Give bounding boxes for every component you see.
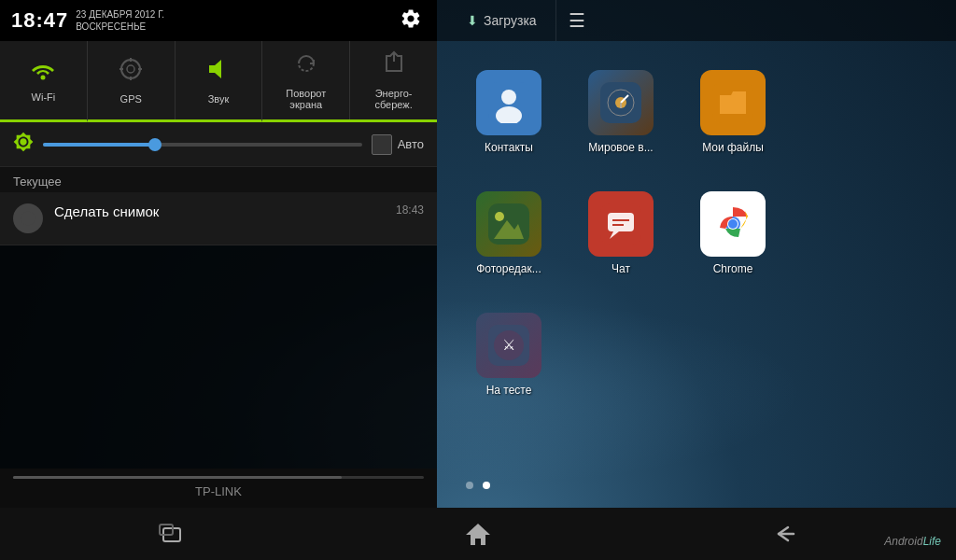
svg-point-10 [495, 212, 504, 221]
brightness-fill [43, 143, 155, 147]
topbar-menu-button[interactable]: ☰ [556, 0, 598, 41]
app-label-2: Мои файлы [702, 141, 764, 154]
qs-button-wifi[interactable]: Wi-Fi [0, 41, 88, 122]
svg-text:⚔: ⚔ [502, 337, 515, 353]
app-label-6: На тесте [486, 384, 532, 397]
recents-icon [159, 524, 185, 544]
brightness-icon [13, 132, 34, 157]
app-label-4: Чат [612, 262, 630, 275]
auto-brightness-toggle[interactable]: Авто [372, 134, 424, 155]
app-item-0[interactable]: Контакты [457, 56, 560, 168]
page-dots [466, 482, 490, 489]
home-button-area[interactable] [325, 522, 631, 546]
svg-rect-12 [608, 213, 634, 231]
app-icon-1 [588, 70, 654, 135]
qs-icon-sound [205, 56, 232, 89]
notification-content: Сделать снимок [54, 203, 385, 219]
notification-time: 18:43 [396, 203, 424, 217]
app-item-1[interactable]: Мировое в... [569, 56, 672, 168]
qs-button-sound[interactable]: Звук [176, 41, 263, 122]
status-bar: 18:47 23 ДЕКАБРЯ 2012 Г. ВОСКРЕСЕНЬЕ [0, 0, 437, 41]
status-right-icons [400, 7, 426, 34]
app-icon-0 [476, 70, 541, 135]
page-dot-0[interactable] [466, 482, 473, 489]
app-label-5: Chrome [713, 262, 753, 275]
qs-icon-rotate [293, 50, 319, 83]
app-item-2[interactable]: Мои файлы [682, 56, 784, 168]
svg-point-25 [127, 65, 134, 73]
home-icon [465, 522, 491, 546]
svg-point-19 [728, 219, 738, 229]
navigation-bar: AndroidLife [0, 508, 956, 560]
brightness-slider[interactable] [43, 143, 362, 147]
qs-icon-wifi [29, 58, 57, 87]
network-signal-bar [13, 476, 424, 479]
qs-icon-gps [118, 56, 144, 89]
brand-highlight: Life [923, 535, 941, 548]
app-icon-3 [476, 191, 541, 257]
settings-gear-icon[interactable] [400, 7, 426, 34]
network-signal-fill [13, 476, 342, 479]
date-display: 23 ДЕКАБРЯ 2012 Г. ВОСКРЕСЕНЬЕ [76, 8, 164, 33]
qs-label-rotate: Поворотэкрана [286, 88, 326, 110]
app-item-4[interactable]: Чат [569, 177, 672, 289]
notification-item[interactable]: Сделать снимок 18:43 [0, 192, 437, 245]
app-label-3: Фоторедак... [476, 262, 541, 275]
network-name: TP-LINK [13, 484, 424, 498]
qs-label-power: Энерго-сбереж. [374, 88, 412, 110]
brand-text: AndroidLife [884, 535, 941, 548]
auto-checkbox[interactable] [372, 134, 392, 155]
qs-label-sound: Звук [208, 93, 230, 105]
svg-point-32 [21, 212, 35, 226]
menu-icon: ☰ [569, 9, 585, 32]
notification-panel: 18:47 23 ДЕКАБРЯ 2012 Г. ВОСКРЕСЕНЬЕ Wi-… [0, 0, 437, 508]
svg-point-23 [41, 76, 46, 80]
qs-button-gps[interactable]: GPS [88, 41, 176, 119]
network-section: TP-LINK [0, 469, 437, 508]
app-label-0: Контакты [485, 141, 533, 154]
app-icon-6: ⚔ [476, 313, 541, 378]
svg-point-1 [501, 90, 516, 105]
auto-label-text: Авто [398, 137, 424, 151]
qs-button-power[interactable]: Энерго-сбереж. [350, 41, 437, 119]
qs-button-rotate[interactable]: Поворотэкрана [262, 41, 350, 119]
brightness-row: Авто [0, 122, 437, 167]
quick-settings-row: Wi-Fi GPS Звук Поворотэкрана Энерго-сбер… [0, 41, 437, 122]
app-icon-5 [700, 191, 766, 257]
qs-label-gps: GPS [120, 93, 142, 105]
app-icon-4 [588, 191, 654, 257]
svg-marker-35 [466, 524, 490, 545]
recents-button-area[interactable] [19, 524, 325, 544]
topbar-tab-downloads[interactable]: ⬇ Загрузка [448, 0, 556, 41]
app-item-6[interactable]: ⚔ На тесте [457, 299, 560, 411]
notifications-section-label: Текущее [0, 167, 437, 192]
page-dot-1[interactable] [483, 482, 490, 489]
app-grid: Контакты Мировое в... Мои файлы Фотореда… [457, 56, 784, 411]
app-item-5[interactable]: Chrome [682, 177, 784, 289]
notification-app-icon [13, 203, 43, 233]
brand-area: AndroidLife [884, 532, 941, 549]
app-item-3[interactable]: Фоторедак... [457, 177, 560, 289]
qs-icon-power [381, 50, 407, 83]
date-line1: 23 ДЕКАБРЯ 2012 Г. [76, 8, 164, 21]
back-icon [771, 524, 797, 544]
download-icon: ⬇ [467, 13, 478, 28]
notification-title: Сделать снимок [54, 203, 385, 219]
svg-rect-34 [160, 525, 173, 535]
svg-point-24 [121, 60, 140, 78]
svg-marker-30 [209, 60, 221, 78]
app-label-1: Мировое в... [588, 141, 653, 154]
date-line2: ВОСКРЕСЕНЬЕ [76, 21, 164, 33]
app-icon-2 [700, 70, 766, 135]
topbar-tab-downloads-label: Загрузка [484, 13, 537, 28]
time-display: 18:47 [11, 8, 68, 33]
qs-label-wifi: Wi-Fi [32, 91, 56, 103]
